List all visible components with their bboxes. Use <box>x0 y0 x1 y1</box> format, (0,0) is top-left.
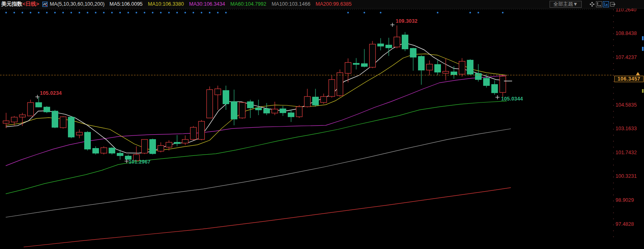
ma-indicator-label: MA(5,10,30,60,100,200) <box>50 1 105 7</box>
low-annotation-2: 105.0344 <box>501 96 523 102</box>
ma10-value: MA10:106.3380 <box>148 1 184 7</box>
chart-toolbar: 美元指数<日线> MA(5,10,30,60,100,200) MA5:106.… <box>0 0 644 9</box>
low-annotation-1: 101.2967 <box>129 159 151 165</box>
ma30-value: MA30:106.3434 <box>189 1 225 7</box>
svg-text:104.5835: 104.5835 <box>616 102 637 108</box>
svg-text:107.4237: 107.4237 <box>616 55 637 60</box>
svg-text:108.8438: 108.8438 <box>616 31 637 36</box>
ma100-value: MA100:103.1466 <box>272 1 310 7</box>
current-price-label: 106.3457 <box>614 76 644 82</box>
edge-marks <box>642 36 644 93</box>
ma-lines <box>6 44 511 247</box>
trading-app-window: 110.2640108.8438107.4237104.5835103.1633… <box>0 0 644 249</box>
svg-text:100.3231: 100.3231 <box>616 173 637 179</box>
svg-text:103.1633: 103.1633 <box>616 126 637 131</box>
high-annotation-1: 105.0234 <box>40 90 62 96</box>
ma-line-ma200 <box>24 188 511 247</box>
mini-line-chart-icon[interactable] <box>42 2 48 7</box>
layout-grid-icon[interactable] <box>589 1 595 7</box>
ma-line-ma30 <box>6 75 507 166</box>
ma5-value: MA5:106.0095 <box>110 1 142 7</box>
svg-text:97.4828: 97.4828 <box>616 221 634 227</box>
ma200-value: MA200:99.6385 <box>315 1 351 7</box>
axis-minor-ticks <box>613 9 614 237</box>
price-up-arrow-icon <box>636 72 640 75</box>
ma-line-ma5 <box>6 44 506 153</box>
extreme-cross-markers <box>35 23 499 163</box>
ma60-value: MA60:104.7992 <box>230 1 266 7</box>
axis-fit-icon[interactable] <box>596 1 602 7</box>
y-axis-labels: 110.2640108.8438107.4237104.5835103.1633… <box>616 7 637 227</box>
axis-scale-icon-active[interactable] <box>603 1 609 7</box>
high-annotation-2: 109.3032 <box>396 18 418 24</box>
symbol-name: 美元指数 <box>1 0 22 8</box>
theme-dropdown[interactable]: 全部主题▼ <box>550 1 582 8</box>
candles <box>3 26 506 161</box>
svg-text:98.9029: 98.9029 <box>616 197 634 203</box>
period-tag: <日线> <box>22 0 39 8</box>
svg-text:101.7432: 101.7432 <box>616 150 637 155</box>
candlestick-chart-canvas: 110.2640108.8438107.4237104.5835103.1633… <box>0 0 644 249</box>
event-dots <box>5 12 504 13</box>
pan-right-icon[interactable] <box>610 1 616 7</box>
toolbar-icon-group <box>589 1 617 7</box>
